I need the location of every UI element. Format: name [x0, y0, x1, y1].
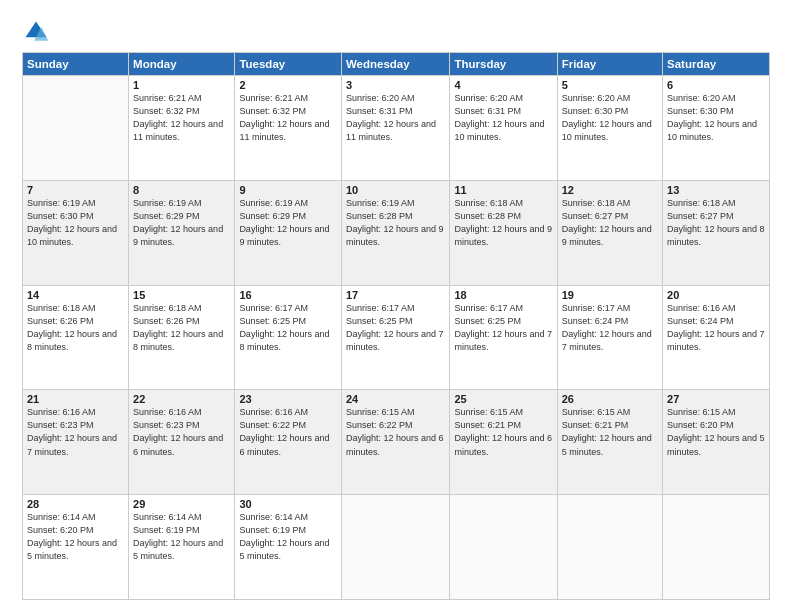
day-number: 8	[133, 184, 230, 196]
col-header-wednesday: Wednesday	[341, 53, 450, 76]
day-number: 3	[346, 79, 446, 91]
day-number: 2	[239, 79, 337, 91]
day-number: 6	[667, 79, 765, 91]
day-info: Sunrise: 6:14 AMSunset: 6:19 PMDaylight:…	[133, 511, 230, 563]
day-number: 26	[562, 393, 658, 405]
day-number: 21	[27, 393, 124, 405]
logo	[22, 18, 54, 46]
day-info: Sunrise: 6:20 AMSunset: 6:31 PMDaylight:…	[346, 92, 446, 144]
day-info: Sunrise: 6:16 AMSunset: 6:23 PMDaylight:…	[27, 406, 124, 458]
calendar-cell: 8Sunrise: 6:19 AMSunset: 6:29 PMDaylight…	[129, 180, 235, 285]
day-number: 22	[133, 393, 230, 405]
calendar-week-1: 1Sunrise: 6:21 AMSunset: 6:32 PMDaylight…	[23, 76, 770, 181]
day-info: Sunrise: 6:15 AMSunset: 6:21 PMDaylight:…	[562, 406, 658, 458]
calendar-cell: 5Sunrise: 6:20 AMSunset: 6:30 PMDaylight…	[557, 76, 662, 181]
day-info: Sunrise: 6:19 AMSunset: 6:29 PMDaylight:…	[133, 197, 230, 249]
calendar-cell: 17Sunrise: 6:17 AMSunset: 6:25 PMDayligh…	[341, 285, 450, 390]
day-number: 13	[667, 184, 765, 196]
day-number: 16	[239, 289, 337, 301]
calendar-cell: 7Sunrise: 6:19 AMSunset: 6:30 PMDaylight…	[23, 180, 129, 285]
calendar-cell: 13Sunrise: 6:18 AMSunset: 6:27 PMDayligh…	[663, 180, 770, 285]
logo-icon	[22, 18, 50, 46]
calendar-cell	[23, 76, 129, 181]
calendar-cell: 26Sunrise: 6:15 AMSunset: 6:21 PMDayligh…	[557, 390, 662, 495]
calendar-week-3: 14Sunrise: 6:18 AMSunset: 6:26 PMDayligh…	[23, 285, 770, 390]
day-number: 15	[133, 289, 230, 301]
calendar-cell: 21Sunrise: 6:16 AMSunset: 6:23 PMDayligh…	[23, 390, 129, 495]
calendar-week-4: 21Sunrise: 6:16 AMSunset: 6:23 PMDayligh…	[23, 390, 770, 495]
col-header-sunday: Sunday	[23, 53, 129, 76]
day-number: 7	[27, 184, 124, 196]
calendar-week-2: 7Sunrise: 6:19 AMSunset: 6:30 PMDaylight…	[23, 180, 770, 285]
day-info: Sunrise: 6:21 AMSunset: 6:32 PMDaylight:…	[133, 92, 230, 144]
day-info: Sunrise: 6:19 AMSunset: 6:28 PMDaylight:…	[346, 197, 446, 249]
calendar-cell	[341, 495, 450, 600]
col-header-monday: Monday	[129, 53, 235, 76]
calendar-cell: 6Sunrise: 6:20 AMSunset: 6:30 PMDaylight…	[663, 76, 770, 181]
day-info: Sunrise: 6:19 AMSunset: 6:30 PMDaylight:…	[27, 197, 124, 249]
day-number: 18	[454, 289, 552, 301]
day-info: Sunrise: 6:18 AMSunset: 6:27 PMDaylight:…	[562, 197, 658, 249]
day-number: 4	[454, 79, 552, 91]
calendar-cell: 3Sunrise: 6:20 AMSunset: 6:31 PMDaylight…	[341, 76, 450, 181]
day-number: 17	[346, 289, 446, 301]
calendar-table: SundayMondayTuesdayWednesdayThursdayFrid…	[22, 52, 770, 600]
calendar-cell	[663, 495, 770, 600]
day-number: 29	[133, 498, 230, 510]
calendar-cell: 1Sunrise: 6:21 AMSunset: 6:32 PMDaylight…	[129, 76, 235, 181]
day-number: 28	[27, 498, 124, 510]
day-number: 9	[239, 184, 337, 196]
day-number: 27	[667, 393, 765, 405]
calendar-cell	[557, 495, 662, 600]
day-info: Sunrise: 6:17 AMSunset: 6:24 PMDaylight:…	[562, 302, 658, 354]
day-info: Sunrise: 6:17 AMSunset: 6:25 PMDaylight:…	[346, 302, 446, 354]
header	[22, 18, 770, 46]
calendar-cell: 11Sunrise: 6:18 AMSunset: 6:28 PMDayligh…	[450, 180, 557, 285]
day-info: Sunrise: 6:14 AMSunset: 6:19 PMDaylight:…	[239, 511, 337, 563]
page: SundayMondayTuesdayWednesdayThursdayFrid…	[0, 0, 792, 612]
day-info: Sunrise: 6:20 AMSunset: 6:30 PMDaylight:…	[562, 92, 658, 144]
day-info: Sunrise: 6:16 AMSunset: 6:22 PMDaylight:…	[239, 406, 337, 458]
calendar-header-row: SundayMondayTuesdayWednesdayThursdayFrid…	[23, 53, 770, 76]
day-info: Sunrise: 6:20 AMSunset: 6:31 PMDaylight:…	[454, 92, 552, 144]
calendar-week-5: 28Sunrise: 6:14 AMSunset: 6:20 PMDayligh…	[23, 495, 770, 600]
day-info: Sunrise: 6:19 AMSunset: 6:29 PMDaylight:…	[239, 197, 337, 249]
calendar-cell: 19Sunrise: 6:17 AMSunset: 6:24 PMDayligh…	[557, 285, 662, 390]
day-info: Sunrise: 6:15 AMSunset: 6:21 PMDaylight:…	[454, 406, 552, 458]
day-number: 12	[562, 184, 658, 196]
day-info: Sunrise: 6:14 AMSunset: 6:20 PMDaylight:…	[27, 511, 124, 563]
day-number: 30	[239, 498, 337, 510]
day-info: Sunrise: 6:20 AMSunset: 6:30 PMDaylight:…	[667, 92, 765, 144]
col-header-friday: Friday	[557, 53, 662, 76]
calendar-cell: 16Sunrise: 6:17 AMSunset: 6:25 PMDayligh…	[235, 285, 342, 390]
calendar-cell: 4Sunrise: 6:20 AMSunset: 6:31 PMDaylight…	[450, 76, 557, 181]
calendar-cell	[450, 495, 557, 600]
calendar-cell: 2Sunrise: 6:21 AMSunset: 6:32 PMDaylight…	[235, 76, 342, 181]
day-number: 19	[562, 289, 658, 301]
day-info: Sunrise: 6:16 AMSunset: 6:23 PMDaylight:…	[133, 406, 230, 458]
day-info: Sunrise: 6:18 AMSunset: 6:26 PMDaylight:…	[27, 302, 124, 354]
day-number: 14	[27, 289, 124, 301]
day-info: Sunrise: 6:15 AMSunset: 6:20 PMDaylight:…	[667, 406, 765, 458]
day-number: 24	[346, 393, 446, 405]
day-number: 23	[239, 393, 337, 405]
day-number: 1	[133, 79, 230, 91]
calendar-cell: 12Sunrise: 6:18 AMSunset: 6:27 PMDayligh…	[557, 180, 662, 285]
day-info: Sunrise: 6:16 AMSunset: 6:24 PMDaylight:…	[667, 302, 765, 354]
day-number: 10	[346, 184, 446, 196]
calendar-cell: 14Sunrise: 6:18 AMSunset: 6:26 PMDayligh…	[23, 285, 129, 390]
day-number: 25	[454, 393, 552, 405]
day-info: Sunrise: 6:18 AMSunset: 6:28 PMDaylight:…	[454, 197, 552, 249]
day-info: Sunrise: 6:18 AMSunset: 6:26 PMDaylight:…	[133, 302, 230, 354]
col-header-thursday: Thursday	[450, 53, 557, 76]
day-info: Sunrise: 6:17 AMSunset: 6:25 PMDaylight:…	[239, 302, 337, 354]
calendar-cell: 9Sunrise: 6:19 AMSunset: 6:29 PMDaylight…	[235, 180, 342, 285]
calendar-cell: 23Sunrise: 6:16 AMSunset: 6:22 PMDayligh…	[235, 390, 342, 495]
calendar-cell: 20Sunrise: 6:16 AMSunset: 6:24 PMDayligh…	[663, 285, 770, 390]
day-info: Sunrise: 6:21 AMSunset: 6:32 PMDaylight:…	[239, 92, 337, 144]
col-header-saturday: Saturday	[663, 53, 770, 76]
calendar-cell: 24Sunrise: 6:15 AMSunset: 6:22 PMDayligh…	[341, 390, 450, 495]
calendar-cell: 18Sunrise: 6:17 AMSunset: 6:25 PMDayligh…	[450, 285, 557, 390]
calendar-cell: 29Sunrise: 6:14 AMSunset: 6:19 PMDayligh…	[129, 495, 235, 600]
day-number: 5	[562, 79, 658, 91]
